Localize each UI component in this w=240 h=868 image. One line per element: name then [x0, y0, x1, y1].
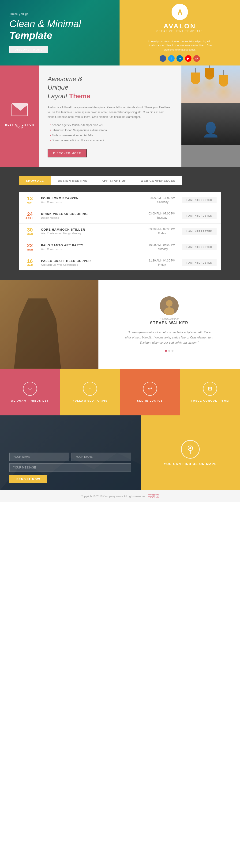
event-interested-button[interactable]: I AM INTERESTED [182, 212, 217, 219]
event-row: 22 MAR PALO SANTO ART PARTY Web Conferen… [19, 239, 221, 255]
reply-icon: ↩ [143, 382, 157, 396]
event-category: Design Meeting [41, 216, 141, 219]
event-info: CORE HAMMOCK STILLER Web Conferences, De… [41, 228, 141, 235]
contact-right: YOU CAN FIND US ON MAPS [141, 415, 240, 490]
hero-section: There you go Clean & Minimal Template DI… [0, 0, 240, 65]
event-category: Web Conferences [41, 201, 143, 204]
event-day: 13 [23, 196, 36, 201]
hero-content: There you go Clean & Minimal Template DI… [9, 12, 110, 53]
feature-label-2: NULLAM SED TURPIS [73, 399, 108, 402]
tab-app-startup[interactable]: APP START UP [95, 176, 134, 185]
hero-discover-button[interactable]: DISCOVER MORE [9, 46, 48, 53]
events-section: SHOW ALL DESIGN MEETING APP START UP WEB… [0, 167, 240, 280]
event-info: PALO SANTO ART PARTY Web Conferences [41, 244, 142, 250]
contact-form: SEND IT NOW [9, 453, 131, 483]
facebook-icon[interactable]: f [160, 55, 166, 62]
hero-title: Clean & Minimal Template [9, 18, 110, 42]
testimonial-content: ~ Lead Designer STEVEN WALKER "Lorem ips… [99, 280, 240, 369]
event-title: PALEO CRAFT BEER COPPER [41, 259, 142, 263]
testimonial-section: ~ Lead Designer STEVEN WALKER "Lorem ips… [0, 280, 240, 369]
event-title: DRINK VINEGAR COLORING [41, 212, 141, 216]
event-info: PALEO CRAFT BEER COPPER App Start Up, We… [41, 259, 142, 266]
footer-link[interactable]: 再页面 [148, 494, 159, 498]
googleplus-icon[interactable]: g+ [193, 55, 200, 62]
email-input[interactable] [72, 453, 131, 461]
linkedin-icon[interactable]: in [177, 55, 183, 62]
message-input[interactable] [9, 463, 131, 472]
feature-item-2: ⌂ NULLAM SED TURPIS [60, 369, 120, 415]
event-interested-button[interactable]: I AM INTERESTED [182, 244, 217, 250]
theme-left-panel: BEST OFFER FOR YOU [0, 65, 39, 167]
theme-discover-button[interactable]: DISCOVER MORE [48, 149, 87, 157]
event-row: 16 MAR PALEO CRAFT BEER COPPER App Start… [19, 255, 221, 270]
event-title: CORE HAMMOCK STILLER [41, 228, 141, 231]
envelope-icon [11, 103, 28, 116]
contact-left: SEND IT NOW [0, 415, 141, 490]
youtube-icon[interactable]: ▶ [185, 55, 191, 62]
event-time: 03:00 PM - 07:00 PM Tuesday [149, 212, 175, 220]
tab-design-meeting[interactable]: DESIGN MEETING [51, 176, 95, 185]
event-time: 8:00 AM - 11:00 AM Saturday [151, 196, 175, 204]
best-offer-label: BEST OFFER FOR YOU [5, 123, 35, 129]
theme-description: Avalon is a full-width responsive web te… [48, 105, 173, 119]
event-time: 10:00 AM - 05:00 PM Thursday [149, 243, 175, 251]
theme-image: 👤 [181, 65, 240, 167]
list-item: Bibendum tortor. Suspendisse a diam veen… [48, 128, 173, 133]
event-interested-button[interactable]: I AM INTERESTED [182, 259, 217, 266]
list-item: Aenean eget ex faucibus tempor nibh vel [48, 123, 173, 128]
features-section: ♡ ALIQUAM FINIBUS EST ⌂ NULLAM SED TURPI… [0, 369, 240, 415]
lamp-glow-3 [214, 82, 233, 100]
event-month: MAR [23, 264, 36, 267]
event-date: 13 MAY [23, 196, 36, 204]
feature-item-3: ↩ SED IN LUCTUS [120, 369, 180, 415]
event-date: 16 MAR [23, 259, 36, 267]
event-month: MAY [23, 201, 36, 204]
tab-show-all[interactable]: SHOW ALL [19, 176, 51, 185]
event-title: FOUR LOKO FRANZEN [41, 196, 143, 200]
event-info: FOUR LOKO FRANZEN Web Conferences [41, 196, 143, 204]
event-month: MAR [23, 232, 36, 235]
tab-web-conferences[interactable]: WEB CONFERENCES [134, 176, 183, 185]
hero-tagline: There you go [9, 12, 110, 17]
event-category: Web Conferences [41, 248, 142, 250]
event-info: DRINK VINEGAR COLORING Design Meeting [41, 212, 141, 219]
event-day: 22 [23, 243, 36, 248]
theme-heading: Awesome & Unique Layout Theme [48, 75, 173, 100]
event-category: Web Conferences, Design Meeting [41, 232, 141, 235]
event-day: 16 [23, 259, 36, 264]
feature-item-1: ♡ ALIQUAM FINIBUS EST [0, 369, 60, 415]
footer: Copyright © 2016.Company name All rights… [0, 490, 240, 502]
events-list: 13 MAY FOUR LOKO FRANZEN Web Conferences… [19, 192, 221, 270]
testimonial-quote: "Lorem ipsum dolor sit amet, consectetur… [125, 330, 214, 345]
event-interested-button[interactable]: I AM INTERESTED [182, 197, 217, 203]
home-icon: ⌂ [83, 382, 97, 396]
twitter-icon[interactable]: t [168, 55, 175, 62]
event-time: 11:30 AM - 04:30 PM Friday [149, 258, 175, 267]
event-date: 22 MAR [23, 243, 36, 251]
event-title: PALO SANTO ART PARTY [41, 244, 142, 247]
list-item: Finibus posuere at imperdiet felis [48, 133, 173, 138]
brand-circle: ∧ [171, 4, 188, 20]
svg-point-5 [189, 447, 191, 449]
brand-description: Lorem ipsum dolor sit amet, consectetur … [147, 39, 213, 52]
feature-label-4: FUSCE CONGUE IPSUM [191, 399, 229, 402]
dot-3[interactable] [171, 350, 174, 352]
send-button[interactable]: SEND IT NOW [9, 475, 47, 483]
hero-left: There you go Clean & Minimal Template DI… [0, 0, 119, 65]
feature-label-1: ALIQUAM FINIBUS EST [11, 399, 49, 402]
event-interested-button[interactable]: I AM INTERESTED [182, 228, 217, 235]
event-date: 24 APRIL [23, 212, 36, 220]
dot-2[interactable] [168, 350, 170, 352]
theme-section: BEST OFFER FOR YOU Awesome & Unique Layo… [0, 65, 240, 167]
event-category: App Start Up, Web Conferences [41, 264, 142, 266]
event-month: MAR [23, 248, 36, 251]
carousel-dots [165, 350, 174, 352]
theme-content: Awesome & Unique Layout Theme Avalon is … [39, 65, 181, 167]
name-input[interactable] [9, 453, 69, 461]
person-silhouette-shape [14, 299, 61, 369]
list-item: Donec laoreet efficitur ultrices sit ame… [48, 138, 173, 143]
avatar [160, 296, 179, 315]
event-month: APRIL [23, 217, 36, 220]
dot-1[interactable] [165, 350, 167, 352]
contact-section: SEND IT NOW YOU CAN FIND US ON MAPS [0, 415, 240, 490]
